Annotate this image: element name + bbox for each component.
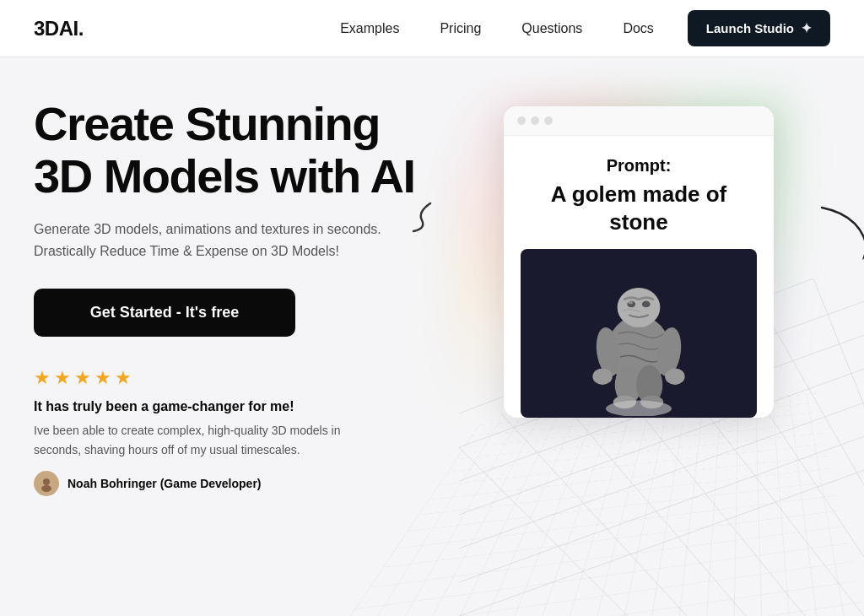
hero-subtitle: Generate 3D models, animations and textu…: [34, 219, 388, 262]
svg-point-23: [592, 368, 612, 385]
hero-section: Create Stunning 3D Models with AI Genera…: [0, 57, 864, 616]
golem-svg: [571, 251, 706, 416]
arrow-decoration: [813, 199, 864, 267]
star-1: ★: [34, 367, 51, 389]
nav-link-questions[interactable]: Questions: [521, 21, 582, 36]
logo[interactable]: 3DAI.: [34, 17, 84, 41]
prompt-text: A golem made of stone: [521, 181, 757, 235]
star-5: ★: [115, 367, 132, 389]
prompt-label: Prompt:: [521, 156, 757, 176]
stars-row: ★ ★ ★ ★ ★: [34, 367, 447, 389]
titlebar-dot-3: [544, 116, 553, 125]
review-text: Ive been able to create complex, high-qu…: [34, 421, 380, 459]
hero-left: Create Stunning 3D Models with AI Genera…: [34, 98, 447, 616]
reviewer: Noah Bohringer (Game Developer): [34, 471, 447, 496]
review-title: It has truly been a game-changer for me!: [34, 399, 447, 414]
card-titlebar: [504, 106, 774, 136]
svg-point-21: [642, 300, 651, 307]
svg-point-16: [41, 485, 51, 492]
svg-point-31: [628, 300, 633, 304]
get-started-button[interactable]: Get Started - It's free: [34, 289, 295, 337]
nav-link-pricing[interactable]: Pricing: [440, 21, 481, 36]
hero-right: Prompt: A golem made of stone: [447, 98, 830, 616]
navbar: 3DAI. Examples Pricing Questions Docs La…: [0, 0, 864, 57]
prompt-card: Prompt: A golem made of stone: [504, 106, 774, 418]
golem-image: [521, 249, 757, 418]
launch-studio-label: Launch Studio: [706, 21, 794, 35]
squiggle-decoration: [397, 199, 439, 233]
reviewer-name: Noah Bohringer (Game Developer): [68, 477, 262, 490]
nav-link-examples[interactable]: Examples: [340, 21, 399, 36]
svg-point-15: [43, 478, 50, 485]
star-3: ★: [74, 367, 91, 389]
svg-point-25: [665, 368, 684, 385]
star-2: ★: [54, 367, 71, 389]
svg-point-19: [618, 287, 661, 327]
nav-links: Examples Pricing Questions Docs: [340, 21, 654, 36]
titlebar-dot-2: [531, 116, 539, 125]
plus-icon: ✦: [801, 20, 812, 36]
titlebar-dot-1: [517, 116, 526, 125]
hero-title: Create Stunning 3D Models with AI: [34, 98, 447, 202]
card-body: Prompt: A golem made of stone: [504, 136, 774, 418]
launch-studio-button[interactable]: Launch Studio ✦: [688, 10, 830, 46]
reviewer-avatar: [34, 471, 59, 496]
nav-link-docs[interactable]: Docs: [623, 21, 653, 36]
star-4: ★: [94, 367, 111, 389]
